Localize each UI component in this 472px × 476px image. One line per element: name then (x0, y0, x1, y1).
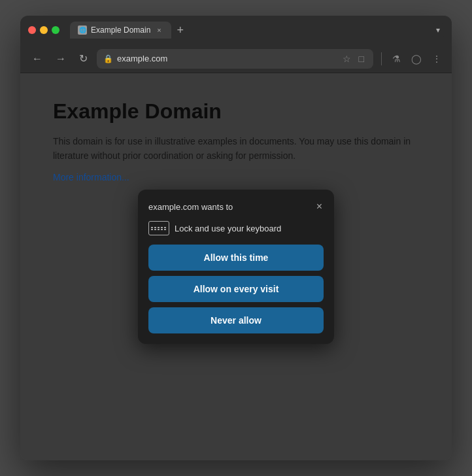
key-dot (164, 229, 166, 230)
forward-button[interactable]: → (52, 51, 70, 67)
key-dot (158, 227, 160, 228)
extension-button[interactable]: □ (356, 52, 367, 65)
dialog-title: example.com wants to (148, 202, 233, 212)
dialog-description: Lock and use your keyboard (175, 224, 281, 233)
flask-button[interactable]: ⚗ (390, 52, 403, 65)
active-tab[interactable]: 🌐 Example Domain × (70, 22, 171, 39)
key-dot (154, 227, 156, 228)
browser-window: 🌐 Example Domain × + ▾ ← → ↻ 🔒 example.c… (20, 16, 452, 460)
nav-separator (381, 52, 382, 65)
address-text: example.com (117, 54, 336, 63)
tab-favicon-icon: 🌐 (78, 26, 87, 35)
refresh-button[interactable]: ↻ (75, 51, 92, 67)
dialog-icon-row: Lock and use your keyboard (148, 221, 324, 235)
key-dot (158, 229, 160, 230)
minimize-traffic-light[interactable] (40, 26, 48, 34)
tab-title: Example Domain (91, 26, 150, 35)
title-bar: 🌐 Example Domain × + ▾ (20, 16, 452, 44)
allow-every-visit-button[interactable]: Allow on every visit (148, 276, 324, 302)
tab-close-button[interactable]: × (154, 26, 163, 35)
maximize-traffic-light[interactable] (52, 26, 59, 34)
address-actions: ☆ □ (340, 52, 367, 65)
lock-icon: 🔒 (103, 54, 113, 63)
keyboard-icon (148, 221, 169, 235)
key-dot (161, 227, 163, 228)
dialog-overlay: example.com wants to × (20, 73, 452, 460)
new-tab-button[interactable]: + (174, 24, 186, 36)
close-traffic-light[interactable] (28, 26, 36, 34)
allow-this-time-button[interactable]: Allow this time (148, 245, 324, 271)
menu-button[interactable]: ⋮ (430, 52, 444, 65)
bookmark-button[interactable]: ☆ (340, 52, 354, 65)
back-button[interactable]: ← (28, 51, 46, 67)
nav-bar: ← → ↻ 🔒 example.com ☆ □ ⚗ ◯ ⋮ (20, 44, 452, 73)
profile-button[interactable]: ◯ (409, 52, 424, 65)
key-dot (164, 227, 166, 228)
dialog-close-button[interactable]: × (315, 200, 324, 213)
tab-bar: 🌐 Example Domain × + (70, 22, 427, 39)
key-dot (151, 229, 153, 230)
key-dot (151, 227, 153, 228)
key-dot (154, 229, 156, 230)
page-content: Example Domain This domain is for use in… (20, 73, 452, 460)
traffic-lights (28, 26, 59, 34)
keyboard-icon-inner (151, 227, 167, 230)
permission-dialog: example.com wants to × (138, 190, 334, 344)
tab-dropdown-button[interactable]: ▾ (432, 23, 444, 37)
address-bar[interactable]: 🔒 example.com ☆ □ (97, 49, 373, 69)
key-dot (161, 229, 163, 230)
never-allow-button[interactable]: Never allow (148, 307, 324, 333)
dialog-header: example.com wants to × (148, 200, 324, 213)
